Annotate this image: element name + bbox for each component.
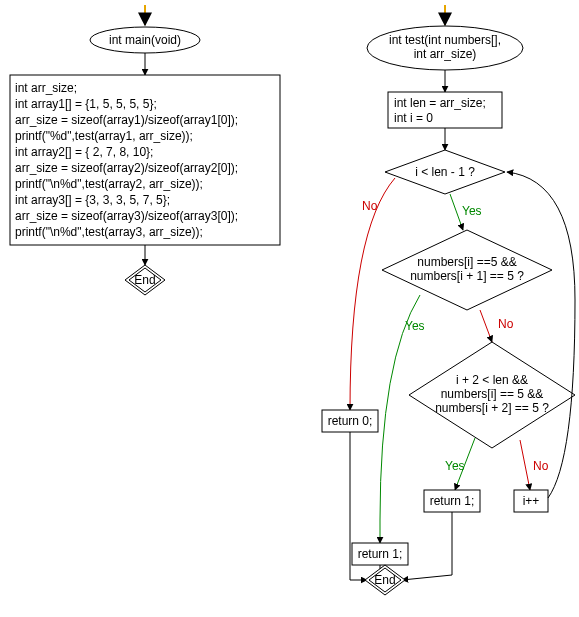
code-line: arr_size = sizeof(array3)/sizeof(array3[… xyxy=(15,209,238,223)
code-line: printf("\n%d",test(array2, arr_size)); xyxy=(15,177,203,191)
code-line: int arr_size; xyxy=(15,81,77,95)
inc-label: i++ xyxy=(523,494,540,508)
cond3-l1: i + 2 < len && xyxy=(456,373,528,387)
right-end-label: End xyxy=(374,573,395,587)
cond3-yes-label: Yes xyxy=(445,459,465,473)
code-line: printf("%d",test(array1, arr_size)); xyxy=(15,129,193,143)
svg-line-12 xyxy=(520,440,530,490)
svg-line-10 xyxy=(480,310,492,342)
return1b-label: return 1; xyxy=(430,494,475,508)
left-end-node: End xyxy=(125,265,165,295)
cond3-no-label: No xyxy=(533,459,549,473)
init-line: int i = 0 xyxy=(394,111,433,125)
return1a-label: return 1; xyxy=(358,547,403,561)
init-line: int len = arr_size; xyxy=(394,96,486,110)
cond3-l2: numbers[i] == 5 && xyxy=(441,387,544,401)
cond3-l3: numbers[i + 2] == 5 ? xyxy=(435,401,549,415)
code-line: arr_size = sizeof(array1)/sizeof(array1[… xyxy=(15,113,238,127)
return0-label: return 0; xyxy=(328,414,373,428)
cond1-label: i < len - 1 ? xyxy=(415,165,475,179)
cond2-yes-label: Yes xyxy=(405,319,425,333)
code-line: printf("\n%d",test(array3, arr_size)); xyxy=(15,225,203,239)
code-line: arr_size = sizeof(array2)/sizeof(array2[… xyxy=(15,161,238,175)
cond1-yes-label: Yes xyxy=(462,204,482,218)
code-line: int array2[] = { 2, 7, 8, 10}; xyxy=(15,145,153,159)
cond2-l2: numbers[i + 1] == 5 ? xyxy=(410,269,524,283)
cond2-l1: numbers[i] ==5 && xyxy=(417,255,516,269)
code-line: int array1[] = {1, 5, 5, 5, 5}; xyxy=(15,97,157,111)
cond2-no-label: No xyxy=(498,317,514,331)
test-func-header-l2: int arr_size) xyxy=(414,47,477,61)
cond1-no-label: No xyxy=(362,199,378,213)
main-func-header: int main(void) xyxy=(109,33,181,47)
code-line: int array3[] = {3, 3, 3, 5, 7, 5}; xyxy=(15,193,170,207)
left-end-label: End xyxy=(134,273,155,287)
test-func-header-l1: int test(int numbers[], xyxy=(389,33,501,47)
right-end-node: End xyxy=(365,565,405,595)
